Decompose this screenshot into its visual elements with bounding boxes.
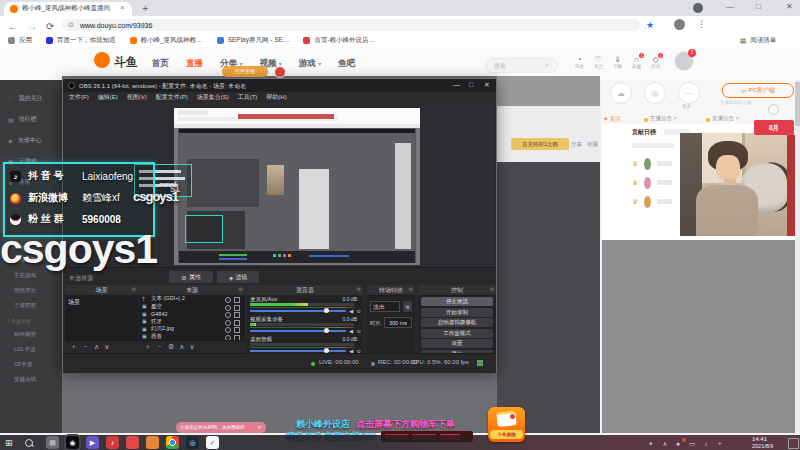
- douyu-shop-widget[interactable]: 斗鱼购物: [488, 407, 525, 442]
- obs-menu-item[interactable]: 视图(V): [127, 93, 147, 102]
- header-icon[interactable]: ◔ 历史: [572, 55, 587, 69]
- wrench-icon[interactable]: ⚙: [409, 286, 413, 292]
- reload-icon[interactable]: ⟳: [46, 21, 54, 32]
- chat-area[interactable]: [602, 240, 795, 433]
- start-button[interactable]: ⊞: [5, 438, 13, 448]
- obs-minimize-icon[interactable]: —: [453, 81, 460, 88]
- toolbar-icon[interactable]: ∧: [94, 343, 99, 351]
- source-item[interactable]: ▣ 幻刃2.jpg: [139, 325, 245, 333]
- toolbar-icon[interactable]: ＋: [144, 342, 151, 352]
- sidebar-game-item[interactable]: CF手游: [0, 357, 62, 372]
- reading-list-button[interactable]: ▤ 阅读清单: [740, 36, 776, 45]
- wrench-icon[interactable]: ⚙: [490, 286, 494, 292]
- obs-control-button[interactable]: 启动虚拟摄像机: [421, 318, 493, 327]
- scenes-list[interactable]: 场景: [65, 295, 138, 341]
- scrollbar-thumb[interactable]: [795, 82, 800, 126]
- browser-menu-icon[interactable]: ⋮: [697, 19, 706, 29]
- slider-handle[interactable]: [324, 308, 329, 313]
- slider-handle[interactable]: [324, 328, 329, 333]
- douyu-logo-icon[interactable]: [94, 52, 110, 68]
- contribution-row[interactable]: ♛: [602, 192, 672, 211]
- taskbar-app-icon[interactable]: [146, 436, 159, 449]
- source-item[interactable]: ▣ 星空: [139, 303, 245, 311]
- speaker-icon[interactable]: ◀: [349, 328, 353, 334]
- douyu-logo-text[interactable]: 斗鱼: [114, 54, 138, 71]
- taskbar-app-icon[interactable]: ◉: [66, 436, 79, 449]
- source-item[interactable]: ▣ G4842: [139, 310, 245, 318]
- source-item[interactable]: ▣ 狂牙: [139, 318, 245, 326]
- sidebar-game-item[interactable]: 王者荣耀: [0, 298, 62, 313]
- source-item[interactable]: ▣ 画卷: [139, 333, 245, 341]
- room-badge[interactable]: 托管竞猜: [222, 66, 268, 77]
- contribution-row[interactable]: ♛: [602, 154, 672, 173]
- contribution-row[interactable]: ♛: [602, 173, 672, 192]
- bookmark-item[interactable]: 百度一下，你就知道: [46, 36, 116, 45]
- obs-menu-item[interactable]: 编辑(E): [98, 93, 118, 102]
- header-icon[interactable]: ◇ 活动 1: [648, 55, 663, 69]
- nav-item[interactable]: 首页: [152, 58, 169, 70]
- browser-profile-icon[interactable]: [693, 3, 703, 13]
- collapse-circle-button[interactable]: [768, 104, 779, 115]
- bookmark-item[interactable]: 首页-赖小峰外设店…: [303, 36, 375, 45]
- sidebar-item[interactable]: ♡ 我的关注: [0, 88, 62, 109]
- tray-icon[interactable]: ✦: [648, 440, 653, 448]
- more-icon[interactable]: ⋯: [678, 82, 700, 104]
- volume-slider[interactable]: [250, 310, 346, 312]
- obs-menu-item[interactable]: 文件(F): [69, 93, 89, 102]
- clock-time[interactable]: 14:41: [752, 436, 767, 442]
- clock-date[interactable]: 2021/8/9: [752, 443, 773, 449]
- back-icon[interactable]: ←: [8, 21, 18, 32]
- window-minimize-button[interactable]: —: [726, 2, 734, 11]
- taskbar-app-icon[interactable]: ♪: [106, 436, 119, 449]
- obs-close-icon[interactable]: ✕: [484, 81, 490, 89]
- obs-menu-item[interactable]: 配置文件(P): [156, 93, 188, 102]
- tray-icon[interactable]: ▭: [689, 440, 695, 448]
- search-icon[interactable]: ⌕: [545, 61, 549, 69]
- toolbar-icon[interactable]: ∧: [179, 343, 184, 351]
- anchor-notice-link[interactable]: 主播公告 >: [650, 115, 677, 122]
- toolbar-icon[interactable]: ⚙: [168, 343, 174, 351]
- obs-control-button[interactable]: 开始录制: [421, 308, 493, 317]
- month-event-badge[interactable]: 8月: [754, 120, 794, 135]
- sidebar-item[interactable]: ▤ 排行榜: [0, 109, 62, 130]
- room-red-icon[interactable]: [274, 66, 286, 78]
- tray-icon[interactable]: ♪: [704, 440, 707, 447]
- nav-item[interactable]: 鱼吧: [338, 58, 355, 70]
- taskbar-app-icon[interactable]: ◎: [186, 436, 199, 449]
- follow-button[interactable]: ♥ 关注: [604, 115, 621, 124]
- obs-control-button[interactable]: 设置: [421, 339, 493, 348]
- channel-settings-icon[interactable]: ⊙: [357, 308, 361, 314]
- window-close-button[interactable]: ✕: [786, 2, 793, 11]
- wrench-icon[interactable]: ⚙: [132, 286, 136, 292]
- tray-icon[interactable]: ●: [676, 440, 680, 447]
- tray-icon[interactable]: ＋: [717, 439, 724, 448]
- sidebar-game-item[interactable]: LOL手游: [0, 342, 62, 357]
- tray-icon[interactable]: ∧: [662, 440, 667, 448]
- sidebar-game-item[interactable]: 穿越火线: [0, 372, 62, 387]
- toolbar-icon[interactable]: ∨: [104, 343, 109, 351]
- url-field[interactable]: ⊙ www.douyu.com/93936: [62, 19, 640, 31]
- transition-select[interactable]: 淡出: [370, 301, 400, 312]
- new-tab-button[interactable]: ＋: [140, 1, 150, 15]
- taskbar-app-icon[interactable]: ▶: [86, 436, 99, 449]
- tab-contribution[interactable]: 贡献日榜: [632, 128, 656, 137]
- sidebar-item[interactable]: ◈ 充值中心: [0, 130, 62, 151]
- obs-menu-item[interactable]: 场景集合(S): [197, 93, 229, 102]
- favorite-button[interactable]: 收藏: [587, 141, 598, 148]
- share-button[interactable]: 分享: [571, 141, 582, 148]
- nav-item[interactable]: 直播: [186, 58, 203, 70]
- header-icon[interactable]: ∩ 客服 1: [629, 55, 644, 69]
- nav-item[interactable]: 游戏 ▾: [299, 58, 321, 70]
- window-maximize-button[interactable]: □: [756, 2, 761, 11]
- sidebar-game-item[interactable]: 和平精英: [0, 327, 62, 342]
- obs-control-button[interactable]: 工作室模式: [421, 329, 493, 338]
- header-icon[interactable]: ⇓ 下载: [610, 55, 625, 69]
- transition-gear-button[interactable]: ⚙: [403, 301, 412, 312]
- bookmark-item[interactable]: 赖小峰_逆风战神赖…: [130, 36, 203, 45]
- scene-item[interactable]: 场景: [68, 298, 80, 307]
- site-info-icon[interactable]: ⊙: [68, 21, 74, 29]
- duration-spinbox[interactable]: 300 ms: [384, 317, 412, 328]
- forward-icon[interactable]: →: [27, 21, 37, 32]
- url-text[interactable]: www.douyu.com/93936: [80, 22, 152, 29]
- source-item[interactable]: T 文本 (GDI+) 2: [139, 295, 245, 303]
